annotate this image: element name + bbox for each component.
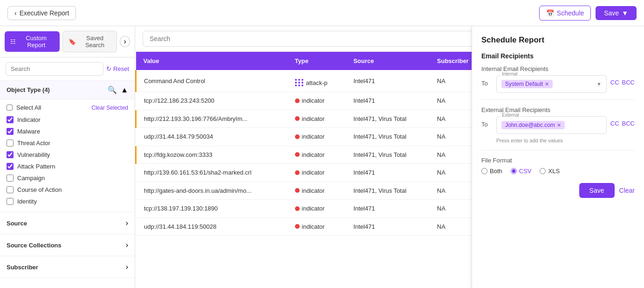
select-all-checkbox[interactable]	[7, 105, 13, 111]
reset-icon: ↻	[106, 65, 111, 72]
cell-source: Intel471	[346, 164, 429, 182]
panel-title: Schedule Report	[481, 35, 635, 45]
source-filter-label: Source	[7, 220, 27, 227]
panel-actions: Save Clear	[481, 183, 635, 198]
cell-source: Intel471, Virus Total	[346, 110, 429, 128]
course-of-action-checkbox[interactable]	[7, 186, 14, 193]
internal-to-row: To Internal System Default ✕ ▼ CC BCC	[481, 75, 635, 93]
topbar: ‹ Executive Report 📅 Schedule Save ▼	[0, 0, 644, 26]
sidebar-search-row: ↻ Reset	[0, 57, 135, 81]
clear-selected-button[interactable]: Clear Selected	[91, 105, 128, 111]
search-icon[interactable]: 🔍	[108, 85, 117, 94]
cell-source: Intel471, Virus Total	[346, 182, 429, 200]
schedule-button[interactable]: 📅 Schedule	[539, 6, 591, 21]
cell-type: indicator	[288, 146, 346, 164]
vulnerability-checkbox[interactable]	[7, 151, 14, 158]
col-header-type: Type	[288, 52, 346, 70]
section-header-icons: 🔍 ▲	[108, 85, 128, 94]
system-default-tag: System Default ✕	[501, 80, 553, 88]
source-collections-filter-section[interactable]: Source Collections ›	[0, 234, 135, 256]
col-header-source: Source	[346, 52, 429, 70]
chevron-up-icon[interactable]: ▲	[121, 86, 128, 94]
cell-value: udp://31.44.184.79:50034	[136, 128, 288, 146]
cc-bcc-internal: CC BCC	[610, 75, 635, 86]
file-format-label: File Format	[481, 157, 635, 164]
external-to-box[interactable]: External John.doe@abc.com ✕	[496, 116, 607, 134]
attack-pattern-checkbox[interactable]	[7, 163, 14, 170]
cc-button-external[interactable]: CC	[610, 120, 619, 127]
col-header-value: Value	[136, 52, 288, 70]
object-type-list: Select All Clear Selected Indicator Malw…	[0, 99, 135, 212]
attack-pattern-label: Attack Pattern	[17, 163, 55, 170]
cell-value: tcp://122.186.23.243:5200	[136, 92, 288, 110]
object-type-section-header[interactable]: Object Type (4) 🔍 ▲	[0, 81, 135, 99]
list-item: Indicator	[7, 114, 128, 126]
sidebar-tabs: ☷ Custom Report 🔖 Saved Search ›	[0, 26, 135, 57]
malware-checkbox[interactable]	[7, 128, 14, 135]
dropdown-arrow-icon[interactable]: ▼	[596, 81, 602, 87]
back-icon: ‹	[14, 9, 17, 17]
internal-field-label: Internal	[500, 71, 519, 77]
cell-type: indicator	[288, 200, 346, 218]
threat-actor-label: Threat Actor	[17, 140, 50, 147]
save-button[interactable]: Save ▼	[596, 6, 637, 20]
campaign-checkbox[interactable]	[7, 175, 14, 182]
sidebar-search-input[interactable]	[6, 62, 103, 76]
identity-checkbox[interactable]	[7, 198, 14, 205]
topbar-right: 📅 Schedule Save ▼	[539, 6, 637, 21]
tab-custom-report[interactable]: ☷ Custom Report	[5, 31, 60, 52]
cell-source: Intel471	[346, 92, 429, 110]
format-csv[interactable]: CSV	[511, 168, 532, 175]
select-all-row: Select All Clear Selected	[7, 102, 128, 114]
cell-type: indicator	[288, 92, 346, 110]
to-label: To	[481, 75, 493, 87]
save-label: Save	[604, 9, 619, 17]
list-item: Attack Pattern	[7, 161, 128, 172]
cell-value: http://gates-and-doors.in.ua/admin/mo...	[136, 182, 288, 200]
course-of-action-label: Course of Action	[17, 186, 62, 193]
list-item: Identity	[7, 196, 128, 207]
cell-source: Intel471	[346, 70, 429, 92]
cell-value: udp://31.44.184.119:50028	[136, 218, 288, 236]
topbar-left: ‹ Executive Report	[7, 6, 76, 20]
chevron-down-icon: ▼	[622, 9, 628, 17]
bookmark-icon: 🔖	[69, 38, 76, 45]
tag-close-icon[interactable]: ✕	[545, 81, 549, 87]
external-to-label: To	[481, 116, 493, 128]
subscriber-filter-section[interactable]: Subscriber ›	[0, 256, 135, 278]
source-filter-section[interactable]: Source ›	[0, 212, 135, 234]
format-both-radio[interactable]	[481, 168, 487, 174]
schedule-panel: Schedule Report Email Recipients Interna…	[472, 26, 644, 288]
cell-type: indicator	[288, 182, 346, 200]
format-xls[interactable]: XLS	[540, 168, 560, 175]
back-button[interactable]: ‹ Executive Report	[7, 6, 76, 20]
format-xls-radio[interactable]	[540, 168, 546, 174]
panel-save-button[interactable]: Save	[579, 183, 615, 198]
list-item: Campaign	[7, 172, 128, 184]
bcc-button[interactable]: BCC	[622, 79, 635, 86]
format-csv-radio[interactable]	[511, 168, 517, 174]
cell-type: indicator	[288, 128, 346, 146]
cell-source: Intel471	[346, 200, 429, 218]
sidebar-nav-arrow[interactable]: ›	[120, 36, 130, 47]
select-all-label: Select All	[16, 104, 41, 111]
indicator-checkbox[interactable]	[7, 116, 14, 123]
hint-text: Press enter to add the values	[496, 138, 607, 143]
cell-source: Intel471	[346, 218, 429, 236]
bcc-button-external[interactable]: BCC	[622, 120, 635, 127]
reset-label: Reset	[113, 65, 129, 72]
threat-actor-checkbox[interactable]	[7, 140, 14, 147]
reset-button[interactable]: ↻ Reset	[106, 65, 129, 72]
grid-icon: ☷	[10, 38, 16, 45]
format-both-label: Both	[490, 168, 502, 175]
panel-clear-button[interactable]: Clear	[619, 187, 635, 194]
internal-to-box[interactable]: Internal System Default ✕ ▼	[496, 75, 607, 93]
cc-button[interactable]: CC	[610, 79, 619, 86]
tag-close-icon[interactable]: ✕	[557, 122, 561, 128]
cc-bcc-external: CC BCC	[610, 116, 635, 127]
cell-type: indicator	[288, 218, 346, 236]
calendar-icon: 📅	[546, 9, 554, 17]
format-both[interactable]: Both	[481, 168, 502, 175]
indicator-label: Indicator	[17, 116, 41, 123]
tab-saved-search[interactable]: 🔖 Saved Search	[62, 31, 117, 52]
